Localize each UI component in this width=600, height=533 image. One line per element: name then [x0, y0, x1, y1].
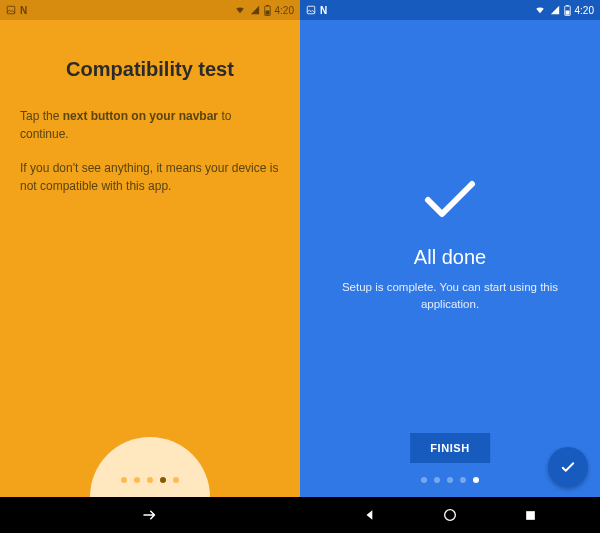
- page-dot: [121, 477, 127, 483]
- instruction-text-2: If you don't see anything, it means your…: [20, 159, 280, 195]
- wifi-icon: [534, 5, 546, 15]
- system-navbar: [300, 497, 600, 533]
- page-indicator: [421, 477, 479, 483]
- page-dot: [421, 477, 427, 483]
- svg-point-8: [445, 510, 456, 521]
- svg-rect-6: [566, 5, 568, 6]
- page-indicator: [121, 477, 179, 483]
- image-icon: [306, 5, 316, 15]
- page-dot: [460, 477, 466, 483]
- svg-rect-4: [307, 6, 315, 14]
- nav-recents-button[interactable]: [520, 505, 540, 525]
- instruction-text-1: Tap the next button on your navbar to co…: [20, 107, 280, 143]
- page-title: Compatibility test: [20, 58, 280, 81]
- page-dot: [147, 477, 153, 483]
- svg-rect-0: [7, 6, 15, 14]
- status-time: 4:20: [275, 5, 294, 16]
- screen-compatibility-test: N 4:20 Compatibility test Tap the next b…: [0, 0, 300, 533]
- text-fragment: Tap the: [20, 109, 63, 123]
- svg-rect-3: [265, 10, 269, 14]
- status-time: 4:20: [575, 5, 594, 16]
- n-icon: N: [20, 5, 27, 16]
- fab-done-button[interactable]: [548, 447, 588, 487]
- status-bar: N 4:20: [0, 0, 300, 20]
- screen-all-done: N 4:20 All done Setup is complete. You c…: [300, 0, 600, 533]
- image-icon: [6, 5, 16, 15]
- page-title: All done: [414, 246, 486, 269]
- nav-back-button[interactable]: [360, 505, 380, 525]
- signal-icon: [550, 5, 560, 15]
- page-dot-active: [160, 477, 166, 483]
- signal-icon: [250, 5, 260, 15]
- page-dot: [173, 477, 179, 483]
- page-dot: [447, 477, 453, 483]
- page-dot: [134, 477, 140, 483]
- battery-icon: [564, 5, 571, 16]
- page-dot: [434, 477, 440, 483]
- svg-rect-9: [526, 511, 535, 520]
- decorative-arc: [90, 437, 210, 497]
- svg-rect-7: [565, 10, 569, 14]
- nav-next-button[interactable]: [140, 505, 160, 525]
- checkmark-icon: [420, 174, 480, 228]
- status-bar: N 4:20: [300, 0, 600, 20]
- nav-home-button[interactable]: [440, 505, 460, 525]
- text-fragment-bold: next button on your navbar: [63, 109, 218, 123]
- page-dot-active: [473, 477, 479, 483]
- body-text: Setup is complete. You can start using t…: [335, 279, 565, 312]
- n-icon: N: [320, 5, 327, 16]
- wifi-icon: [234, 5, 246, 15]
- system-navbar: [0, 497, 300, 533]
- finish-button[interactable]: FINISH: [410, 433, 490, 463]
- svg-rect-2: [266, 5, 268, 6]
- battery-icon: [264, 5, 271, 16]
